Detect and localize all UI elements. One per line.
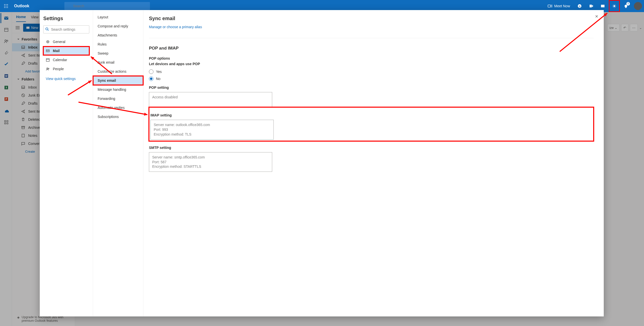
svg-point-47 bbox=[47, 40, 49, 43]
svg-point-8 bbox=[7, 7, 8, 8]
search-icon bbox=[45, 27, 49, 32]
sub-customize-actions[interactable]: Customize actions bbox=[93, 67, 143, 76]
avatar[interactable] bbox=[634, 2, 642, 10]
smtp-setting-label: SMTP setting bbox=[149, 146, 594, 150]
pop-yes-radio[interactable]: Yes bbox=[149, 69, 594, 74]
sub-sync-email[interactable]: Sync email bbox=[93, 76, 143, 85]
svg-text:S: S bbox=[579, 5, 581, 8]
pop-options-label: POP options bbox=[149, 56, 594, 60]
pop-setting-label: POP setting bbox=[149, 86, 594, 90]
svg-point-52 bbox=[47, 68, 48, 69]
cat-people[interactable]: People bbox=[43, 65, 89, 73]
settings-search-input[interactable] bbox=[43, 25, 89, 33]
radio-icon bbox=[149, 76, 153, 81]
smtp-setting-box: Server name: smtp.office365.com Port: 58… bbox=[149, 152, 272, 172]
svg-rect-11 bbox=[548, 5, 551, 7]
alias-link[interactable]: Manage or choose a primary alias bbox=[149, 25, 202, 29]
smtp-server: Server name: smtp.office365.com bbox=[152, 155, 269, 160]
settings-gear-icon[interactable] bbox=[609, 0, 620, 12]
let-devices-label: Let devices and apps use POP bbox=[149, 62, 594, 66]
svg-point-3 bbox=[4, 6, 5, 7]
smtp-port: Port: 587 bbox=[152, 160, 269, 165]
svg-point-45 bbox=[46, 28, 48, 30]
cat-general[interactable]: General bbox=[43, 37, 89, 46]
settings-categories: Settings General Mail Calendar People Vi… bbox=[40, 10, 93, 316]
search-input[interactable] bbox=[64, 2, 150, 10]
svg-rect-14 bbox=[590, 5, 592, 8]
svg-point-17 bbox=[614, 5, 615, 7]
settings-content: Sync email Manage or choose a primary al… bbox=[143, 10, 604, 316]
pop-no-radio[interactable]: No bbox=[149, 76, 594, 81]
sub-junk[interactable]: Junk email bbox=[93, 58, 143, 67]
pop-imap-heading: POP and IMAP bbox=[149, 46, 594, 51]
imap-setting-box: Server name: outlook.office365.com Port:… bbox=[150, 120, 274, 140]
svg-point-7 bbox=[6, 7, 7, 8]
smtp-encryption: Encryption method: STARTTLS bbox=[152, 164, 269, 169]
svg-point-4 bbox=[6, 6, 7, 7]
sub-automatic-replies[interactable]: Automatic replies bbox=[93, 103, 143, 112]
imap-group: IMAP setting Server name: outlook.office… bbox=[149, 107, 594, 141]
sub-message-handling[interactable]: Message handling bbox=[93, 85, 143, 94]
sub-forwarding[interactable]: Forwarding bbox=[93, 94, 143, 103]
tips-badge: 9 bbox=[626, 2, 630, 6]
sub-compose[interactable]: Compose and reply bbox=[93, 22, 143, 31]
sub-rules[interactable]: Rules bbox=[93, 40, 143, 49]
settings-modal: ✕ Settings General Mail Calendar People … bbox=[40, 10, 604, 316]
global-search bbox=[64, 2, 150, 10]
imap-encryption: Encryption method: TLS bbox=[154, 132, 270, 137]
settings-subnav: Layout Compose and reply Attachments Rul… bbox=[93, 10, 143, 316]
svg-point-2 bbox=[7, 4, 8, 5]
svg-point-6 bbox=[4, 7, 5, 8]
imap-port: Port: 993 bbox=[154, 127, 270, 132]
cat-calendar[interactable]: Calendar bbox=[43, 56, 89, 64]
imap-setting-label: IMAP setting bbox=[150, 113, 592, 117]
sub-attachments[interactable]: Attachments bbox=[93, 31, 143, 40]
svg-point-1 bbox=[6, 4, 7, 5]
sub-layout[interactable]: Layout bbox=[93, 13, 143, 22]
app-brand[interactable]: Outlook bbox=[14, 4, 29, 8]
view-quick-settings-link[interactable]: View quick settings bbox=[43, 73, 89, 84]
svg-point-0 bbox=[4, 4, 5, 5]
app-launcher-icon[interactable] bbox=[0, 0, 12, 12]
sub-sweep[interactable]: Sweep bbox=[93, 49, 143, 58]
settings-title: Settings bbox=[43, 16, 89, 21]
svg-rect-50 bbox=[46, 59, 49, 61]
lightbulb-icon[interactable]: 9 bbox=[620, 0, 631, 12]
sub-subscriptions[interactable]: Subscriptions bbox=[93, 112, 143, 121]
cat-mail[interactable]: Mail bbox=[43, 47, 89, 55]
svg-point-48 bbox=[47, 41, 48, 42]
meet-now-label: Meet Now bbox=[554, 4, 570, 8]
imap-server: Server name: outlook.office365.com bbox=[154, 123, 270, 127]
svg-rect-15 bbox=[592, 5, 593, 7]
pop-setting-box: Access disabled bbox=[149, 92, 272, 107]
svg-point-53 bbox=[48, 68, 49, 69]
divider bbox=[149, 38, 594, 38]
svg-point-5 bbox=[7, 6, 8, 7]
svg-line-46 bbox=[48, 30, 49, 31]
page-title: Sync email bbox=[149, 16, 594, 21]
radio-icon bbox=[149, 69, 153, 74]
